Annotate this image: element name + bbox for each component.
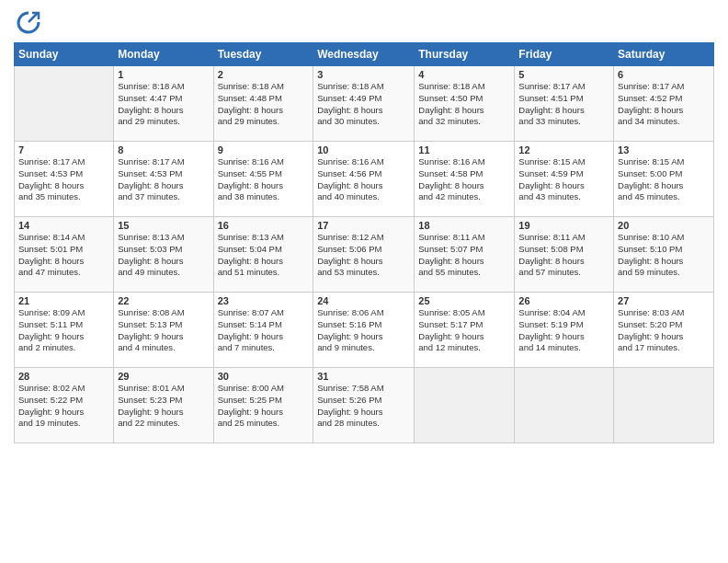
day-number: 12 [518, 144, 609, 155]
day-number: 20 [618, 220, 710, 231]
day-cell: 22Sunrise: 8:08 AM Sunset: 5:13 PM Dayli… [114, 293, 213, 368]
day-cell: 24Sunrise: 8:06 AM Sunset: 5:16 PM Dayli… [313, 293, 415, 368]
day-cell: 19Sunrise: 8:11 AM Sunset: 5:08 PM Dayli… [515, 217, 614, 293]
day-number: 31 [317, 371, 410, 382]
day-number: 23 [218, 295, 310, 306]
day-cell [515, 368, 614, 443]
day-cell: 8Sunrise: 8:17 AM Sunset: 4:53 PM Daylig… [114, 142, 213, 217]
day-cell [415, 368, 515, 443]
day-cell: 25Sunrise: 8:05 AM Sunset: 5:17 PM Dayli… [415, 293, 515, 368]
day-info: Sunrise: 8:05 AM Sunset: 5:17 PM Dayligh… [418, 307, 510, 354]
day-cell: 20Sunrise: 8:10 AM Sunset: 5:10 PM Dayli… [614, 217, 714, 293]
day-cell: 17Sunrise: 8:12 AM Sunset: 5:06 PM Dayli… [313, 217, 415, 293]
header-cell-friday: Friday [515, 43, 614, 66]
day-cell: 14Sunrise: 8:14 AM Sunset: 5:01 PM Dayli… [15, 217, 114, 293]
day-info: Sunrise: 8:00 AM Sunset: 5:25 PM Dayligh… [218, 383, 310, 430]
week-row-2: 7Sunrise: 8:17 AM Sunset: 4:53 PM Daylig… [15, 142, 714, 217]
day-cell: 10Sunrise: 8:16 AM Sunset: 4:56 PM Dayli… [313, 142, 415, 217]
header-cell-wednesday: Wednesday [313, 43, 415, 66]
day-number: 24 [317, 295, 410, 306]
calendar-page: SundayMondayTuesdayWednesdayThursdayFrid… [0, 0, 728, 563]
day-number: 4 [418, 69, 510, 80]
day-number: 5 [518, 69, 609, 80]
week-row-3: 14Sunrise: 8:14 AM Sunset: 5:01 PM Dayli… [15, 217, 714, 293]
logo-icon [16, 9, 41, 35]
day-number: 2 [218, 69, 310, 80]
day-info: Sunrise: 8:13 AM Sunset: 5:03 PM Dayligh… [118, 232, 209, 279]
day-cell: 6Sunrise: 8:17 AM Sunset: 4:52 PM Daylig… [614, 66, 714, 142]
day-info: Sunrise: 8:02 AM Sunset: 5:22 PM Dayligh… [18, 383, 109, 430]
week-row-1: 1Sunrise: 8:18 AM Sunset: 4:47 PM Daylig… [15, 66, 714, 142]
day-cell: 15Sunrise: 8:13 AM Sunset: 5:03 PM Dayli… [114, 217, 213, 293]
day-number: 7 [18, 144, 109, 155]
day-cell: 9Sunrise: 8:16 AM Sunset: 4:55 PM Daylig… [213, 142, 313, 217]
day-cell: 21Sunrise: 8:09 AM Sunset: 5:11 PM Dayli… [15, 293, 114, 368]
day-info: Sunrise: 8:04 AM Sunset: 5:19 PM Dayligh… [518, 307, 609, 354]
day-info: Sunrise: 8:18 AM Sunset: 4:50 PM Dayligh… [418, 81, 510, 128]
day-cell: 7Sunrise: 8:17 AM Sunset: 4:53 PM Daylig… [15, 142, 114, 217]
day-info: Sunrise: 8:17 AM Sunset: 4:51 PM Dayligh… [518, 81, 609, 128]
day-info: Sunrise: 8:14 AM Sunset: 5:01 PM Dayligh… [18, 232, 109, 279]
day-cell: 11Sunrise: 8:16 AM Sunset: 4:58 PM Dayli… [415, 142, 515, 217]
day-info: Sunrise: 8:18 AM Sunset: 4:49 PM Dayligh… [317, 81, 410, 128]
header-cell-thursday: Thursday [415, 43, 515, 66]
day-info: Sunrise: 8:16 AM Sunset: 4:56 PM Dayligh… [317, 156, 410, 203]
header-cell-tuesday: Tuesday [213, 43, 313, 66]
day-number: 21 [18, 295, 109, 306]
day-number: 28 [18, 371, 109, 382]
day-info: Sunrise: 8:06 AM Sunset: 5:16 PM Dayligh… [317, 307, 410, 354]
day-info: Sunrise: 8:16 AM Sunset: 4:55 PM Dayligh… [218, 156, 310, 203]
day-number: 8 [118, 144, 209, 155]
day-cell: 3Sunrise: 8:18 AM Sunset: 4:49 PM Daylig… [313, 66, 415, 142]
day-info: Sunrise: 8:11 AM Sunset: 5:08 PM Dayligh… [518, 232, 609, 279]
day-cell: 4Sunrise: 8:18 AM Sunset: 4:50 PM Daylig… [415, 66, 515, 142]
header-cell-saturday: Saturday [614, 43, 714, 66]
day-number: 9 [218, 144, 310, 155]
header-cell-monday: Monday [114, 43, 213, 66]
day-cell: 1Sunrise: 8:18 AM Sunset: 4:47 PM Daylig… [114, 66, 213, 142]
day-cell: 23Sunrise: 8:07 AM Sunset: 5:14 PM Dayli… [213, 293, 313, 368]
day-cell: 28Sunrise: 8:02 AM Sunset: 5:22 PM Dayli… [15, 368, 114, 443]
day-cell: 12Sunrise: 8:15 AM Sunset: 4:59 PM Dayli… [515, 142, 614, 217]
day-cell [15, 66, 114, 142]
day-info: Sunrise: 7:58 AM Sunset: 5:26 PM Dayligh… [317, 383, 410, 430]
day-number: 30 [218, 371, 310, 382]
day-number: 13 [618, 144, 710, 155]
day-info: Sunrise: 8:11 AM Sunset: 5:07 PM Dayligh… [418, 232, 510, 279]
day-cell: 13Sunrise: 8:15 AM Sunset: 5:00 PM Dayli… [614, 142, 714, 217]
day-cell: 29Sunrise: 8:01 AM Sunset: 5:23 PM Dayli… [114, 368, 213, 443]
day-number: 29 [118, 371, 209, 382]
day-number: 6 [618, 69, 710, 80]
day-number: 18 [418, 220, 510, 231]
day-number: 1 [118, 69, 209, 80]
logo [14, 9, 41, 35]
day-cell: 16Sunrise: 8:13 AM Sunset: 5:04 PM Dayli… [213, 217, 313, 293]
header [14, 9, 714, 35]
day-info: Sunrise: 8:17 AM Sunset: 4:53 PM Dayligh… [118, 156, 209, 203]
day-number: 22 [118, 295, 209, 306]
day-number: 3 [317, 69, 410, 80]
day-info: Sunrise: 8:08 AM Sunset: 5:13 PM Dayligh… [118, 307, 209, 354]
day-number: 15 [118, 220, 209, 231]
day-cell: 27Sunrise: 8:03 AM Sunset: 5:20 PM Dayli… [614, 293, 714, 368]
day-info: Sunrise: 8:17 AM Sunset: 4:52 PM Dayligh… [618, 81, 710, 128]
day-cell [614, 368, 714, 443]
day-info: Sunrise: 8:15 AM Sunset: 5:00 PM Dayligh… [618, 156, 710, 203]
day-number: 14 [18, 220, 109, 231]
day-info: Sunrise: 8:17 AM Sunset: 4:53 PM Dayligh… [18, 156, 109, 203]
day-info: Sunrise: 8:03 AM Sunset: 5:20 PM Dayligh… [618, 307, 710, 354]
day-info: Sunrise: 8:01 AM Sunset: 5:23 PM Dayligh… [118, 383, 209, 430]
week-row-4: 21Sunrise: 8:09 AM Sunset: 5:11 PM Dayli… [15, 293, 714, 368]
day-info: Sunrise: 8:18 AM Sunset: 4:48 PM Dayligh… [218, 81, 310, 128]
day-number: 26 [518, 295, 609, 306]
day-cell: 18Sunrise: 8:11 AM Sunset: 5:07 PM Dayli… [415, 217, 515, 293]
day-info: Sunrise: 8:16 AM Sunset: 4:58 PM Dayligh… [418, 156, 510, 203]
day-number: 25 [418, 295, 510, 306]
day-cell: 26Sunrise: 8:04 AM Sunset: 5:19 PM Dayli… [515, 293, 614, 368]
day-cell: 30Sunrise: 8:00 AM Sunset: 5:25 PM Dayli… [213, 368, 313, 443]
day-info: Sunrise: 8:09 AM Sunset: 5:11 PM Dayligh… [18, 307, 109, 354]
day-info: Sunrise: 8:13 AM Sunset: 5:04 PM Dayligh… [218, 232, 310, 279]
day-number: 17 [317, 220, 410, 231]
day-number: 19 [518, 220, 609, 231]
day-info: Sunrise: 8:07 AM Sunset: 5:14 PM Dayligh… [218, 307, 310, 354]
